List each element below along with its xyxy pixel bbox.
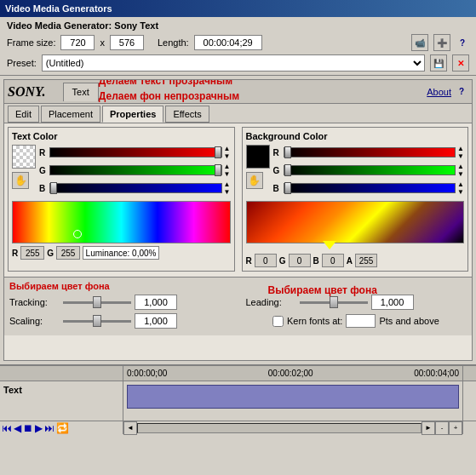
timeline-v-scroll[interactable]	[462, 381, 476, 421]
bg-b-slider-track[interactable]	[284, 183, 456, 193]
bg-color-label: Background Color	[246, 131, 465, 141]
scroll-left-btn[interactable]: ◄	[123, 421, 137, 435]
bg-a-val-label: A	[347, 256, 353, 266]
bg-r-thumb[interactable]	[284, 146, 291, 158]
bg-r-label: R	[273, 148, 282, 157]
bg-r-val-label: R	[246, 256, 252, 266]
bg-r-slider-track[interactable]	[284, 147, 456, 157]
tracking-label: Tracking:	[9, 297, 56, 307]
leading-thumb[interactable]	[330, 296, 338, 308]
nav-last-btn[interactable]: ⏭	[44, 422, 54, 434]
luminance-input[interactable]	[83, 246, 159, 260]
frame-width-input[interactable]	[60, 35, 95, 50]
annotation-opaque-bg: Делаем фон непрозрачным	[99, 90, 239, 102]
length-input[interactable]	[194, 35, 262, 50]
text-r-thumb[interactable]	[215, 146, 221, 158]
timeline-track-bar[interactable]	[127, 385, 459, 409]
text-b-arrow: ▲▼	[224, 180, 231, 196]
tracking-value[interactable]	[135, 295, 177, 310]
bg-color-picker[interactable]: ✋	[246, 172, 263, 189]
close-preset-btn[interactable]: ✕	[452, 54, 469, 72]
help-btn[interactable]: ?	[456, 36, 469, 49]
text-b-slider-track[interactable]	[49, 183, 222, 193]
frame-x-label: x	[100, 37, 105, 48]
text-r-slider-track[interactable]	[49, 147, 222, 157]
timeline-time2: 00:00:02;00	[268, 369, 313, 378]
nav-stop-btn[interactable]: ⏹	[23, 422, 33, 434]
add-btn[interactable]: ➕	[433, 34, 450, 51]
annotation-transparent-text: Делаем текст прозрачным	[99, 79, 232, 87]
leading-slider[interactable]	[300, 301, 368, 304]
bg-g-slider-track[interactable]	[284, 165, 456, 175]
text-color-cursor	[73, 230, 82, 238]
video-icon-btn[interactable]: 📹	[411, 34, 428, 51]
bg-b-label: B	[273, 184, 282, 193]
leading-label: Leading:	[246, 297, 293, 307]
timeline-time1: 0:00:00;00	[127, 369, 167, 378]
nav-prev-btn[interactable]: ◀	[14, 422, 21, 434]
pts-label: Pts and above	[379, 316, 439, 326]
text-b-label: B	[39, 184, 48, 193]
bg-a-value[interactable]	[355, 254, 377, 267]
nav-loop-btn[interactable]: 🔁	[56, 422, 69, 434]
timeline-label-spacer	[0, 366, 123, 381]
bg-b-value[interactable]	[322, 254, 344, 267]
bg-color-arrow	[323, 241, 336, 249]
nav-play-btn[interactable]: ▶	[35, 422, 43, 434]
bg-g-val-label: G	[279, 256, 286, 266]
text-g-thumb[interactable]	[215, 164, 221, 176]
tab-effects[interactable]: Effects	[165, 106, 209, 123]
tab-properties[interactable]: Properties	[102, 106, 163, 123]
text-props-annotation: Выбираем цвет фона	[9, 281, 467, 291]
annotation-select-color: Выбираем цвет фона	[268, 284, 377, 296]
text-color-label: Text Color	[12, 131, 231, 141]
save-preset-btn[interactable]: 💾	[430, 54, 447, 72]
scaling-thumb[interactable]	[93, 315, 101, 327]
bg-b-val-label: B	[313, 256, 319, 266]
tab-edit[interactable]: Edit	[8, 106, 39, 123]
scroll-right-btn[interactable]: ►	[422, 421, 435, 435]
scroll-plus-btn[interactable]: +	[449, 421, 462, 435]
text-g-value[interactable]	[56, 246, 80, 260]
timeline-corner	[462, 366, 476, 381]
bg-g-thumb[interactable]	[284, 164, 291, 176]
nav-first-btn[interactable]: ⏮	[2, 422, 12, 434]
text-color-gradient[interactable]	[12, 201, 231, 243]
timeline-corner-2	[462, 421, 476, 434]
text-r-value[interactable]	[20, 246, 44, 260]
about-question[interactable]: ?	[455, 85, 468, 99]
timeline-time3: 00:00:04;00	[414, 369, 459, 378]
bg-g-arrow: ▲▼	[457, 163, 464, 178]
text-g-val-label: G	[47, 249, 54, 258]
tracking-slider[interactable]	[63, 301, 131, 304]
bg-color-preview	[246, 145, 270, 169]
window-title: Video Media Generators	[5, 3, 112, 14]
about-link[interactable]: About	[427, 87, 451, 97]
frame-size-label: Frame size:	[7, 37, 55, 48]
preset-select[interactable]: (Untitled)	[42, 54, 425, 72]
kern-checkbox[interactable]	[272, 316, 284, 327]
scaling-slider[interactable]	[63, 320, 131, 323]
generator-name: Sony Text	[114, 20, 158, 31]
leading-value[interactable]	[371, 295, 414, 310]
preset-label: Preset:	[7, 58, 37, 68]
h-scrollbar-track[interactable]	[137, 423, 422, 433]
sony-text-tab[interactable]: Text	[63, 83, 99, 101]
tab-placement[interactable]: Placement	[41, 106, 100, 123]
text-b-thumb[interactable]	[50, 182, 57, 194]
tracking-thumb[interactable]	[93, 296, 101, 308]
scaling-label: Scaling:	[9, 316, 56, 326]
frame-height-input[interactable]	[110, 35, 144, 50]
scroll-minus-btn[interactable]: -	[435, 421, 449, 435]
bg-r-value[interactable]	[255, 254, 277, 267]
text-g-slider-track[interactable]	[49, 165, 222, 175]
text-r-val-label: R	[12, 249, 18, 258]
bg-b-thumb[interactable]	[284, 182, 291, 194]
bg-g-value[interactable]	[289, 254, 311, 267]
kern-value[interactable]	[346, 314, 376, 328]
scaling-value[interactable]	[135, 313, 177, 329]
bg-color-gradient[interactable]	[246, 201, 465, 243]
text-color-checker	[12, 145, 36, 169]
text-color-picker[interactable]: ✋	[12, 172, 29, 189]
kern-label: Kern fonts at:	[287, 316, 342, 326]
